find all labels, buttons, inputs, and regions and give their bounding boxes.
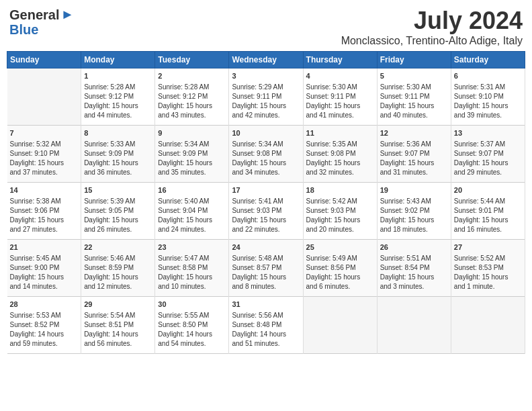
calendar-cell: 20Sunrise: 5:44 AMSunset: 9:01 PMDayligh… — [451, 183, 525, 240]
day-info: and 36 minutes. — [84, 168, 152, 177]
day-info: Daylight: 15 hours — [10, 273, 79, 282]
day-info: and 59 minutes. — [10, 339, 79, 349]
day-info: Sunrise: 5:42 AM — [306, 197, 374, 206]
day-info: and 6 minutes. — [306, 282, 374, 291]
day-info: Daylight: 15 hours — [84, 273, 152, 282]
logo-blue-text: Blue — [9, 22, 38, 38]
day-info: Daylight: 15 hours — [158, 158, 226, 168]
day-info: Sunset: 9:08 PM — [232, 149, 300, 158]
day-number: 15 — [84, 185, 152, 195]
day-number: 8 — [84, 128, 152, 138]
day-info: and 35 minutes. — [158, 168, 226, 177]
day-info: Daylight: 14 hours — [84, 330, 152, 339]
logo-bird-icon: ► — [60, 7, 74, 22]
weekday-header: Monday — [81, 52, 155, 68]
weekday-header: Tuesday — [155, 52, 229, 68]
calendar-cell: 30Sunrise: 5:55 AMSunset: 8:50 PMDayligh… — [155, 297, 229, 354]
day-number: 23 — [158, 242, 226, 253]
month-year-title: July 2024 — [341, 7, 523, 35]
day-info: Sunset: 9:02 PM — [380, 206, 448, 216]
day-info: and 51 minutes. — [232, 339, 300, 349]
day-info: Sunset: 9:00 PM — [10, 263, 79, 273]
day-info: and 43 minutes. — [158, 111, 226, 120]
week-row: 14Sunrise: 5:38 AMSunset: 9:06 PMDayligh… — [7, 183, 525, 240]
logo: General ► Blue — [9, 7, 74, 38]
day-info: Sunset: 8:50 PM — [158, 320, 226, 330]
day-info: and 56 minutes. — [84, 339, 152, 349]
day-info: Daylight: 15 hours — [306, 216, 374, 225]
calendar-cell: 11Sunrise: 5:35 AMSunset: 9:08 PMDayligh… — [303, 126, 377, 183]
day-info: Sunrise: 5:36 AM — [380, 140, 448, 149]
week-row: 21Sunrise: 5:45 AMSunset: 9:00 PMDayligh… — [7, 240, 525, 297]
calendar-cell: 29Sunrise: 5:54 AMSunset: 8:51 PMDayligh… — [81, 297, 155, 354]
day-number: 9 — [158, 128, 226, 138]
day-info: Sunrise: 5:40 AM — [158, 197, 226, 206]
day-info: Sunset: 9:09 PM — [158, 149, 226, 158]
calendar-cell: 10Sunrise: 5:34 AMSunset: 9:08 PMDayligh… — [229, 126, 303, 183]
day-info: Daylight: 15 hours — [84, 216, 152, 225]
day-number: 24 — [232, 242, 300, 253]
day-info: Sunset: 9:03 PM — [232, 206, 300, 216]
day-info: Sunset: 8:58 PM — [158, 263, 226, 273]
day-info: Sunrise: 5:41 AM — [232, 197, 300, 206]
calendar-cell: 24Sunrise: 5:48 AMSunset: 8:57 PMDayligh… — [229, 240, 303, 297]
weekday-header: Sunday — [7, 52, 81, 68]
day-number: 10 — [232, 128, 300, 138]
day-info: Sunset: 9:07 PM — [454, 149, 522, 158]
day-info: Daylight: 15 hours — [84, 158, 152, 168]
calendar-cell: 21Sunrise: 5:45 AMSunset: 9:00 PMDayligh… — [7, 240, 81, 297]
day-info: and 41 minutes. — [306, 111, 374, 120]
day-info: Daylight: 15 hours — [306, 101, 374, 111]
day-info: Daylight: 15 hours — [380, 273, 448, 282]
day-info: and 42 minutes. — [232, 111, 300, 120]
day-info: Sunrise: 5:47 AM — [158, 254, 226, 263]
day-number: 22 — [84, 242, 152, 253]
day-info: Daylight: 15 hours — [232, 273, 300, 282]
day-number: 20 — [454, 185, 522, 195]
weekday-header: Thursday — [303, 52, 377, 68]
calendar-cell — [377, 297, 451, 354]
calendar-cell: 17Sunrise: 5:41 AMSunset: 9:03 PMDayligh… — [229, 183, 303, 240]
day-number: 3 — [232, 71, 300, 81]
day-info: Daylight: 15 hours — [454, 158, 522, 168]
day-info: Sunset: 9:08 PM — [306, 149, 374, 158]
day-info: and 26 minutes. — [84, 225, 152, 234]
calendar-cell: 8Sunrise: 5:33 AMSunset: 9:09 PMDaylight… — [81, 126, 155, 183]
day-info: Sunrise: 5:44 AM — [454, 197, 522, 206]
day-info: and 34 minutes. — [232, 168, 300, 177]
day-info: Sunset: 8:57 PM — [232, 263, 300, 273]
day-info: Daylight: 15 hours — [158, 216, 226, 225]
day-info: Daylight: 15 hours — [306, 273, 374, 282]
day-info: Sunset: 9:01 PM — [454, 206, 522, 216]
day-info: and 32 minutes. — [306, 168, 374, 177]
page-header: General ► Blue July 2024 Monclassico, Tr… — [7, 7, 525, 47]
day-info: Sunrise: 5:56 AM — [232, 311, 300, 320]
day-info: Daylight: 15 hours — [232, 101, 300, 111]
calendar-cell: 14Sunrise: 5:38 AMSunset: 9:06 PMDayligh… — [7, 183, 81, 240]
day-info: Sunrise: 5:30 AM — [306, 83, 374, 92]
day-number: 27 — [454, 242, 522, 253]
day-info: Daylight: 15 hours — [232, 216, 300, 225]
day-info: and 40 minutes. — [380, 111, 448, 120]
day-number: 21 — [10, 242, 79, 253]
calendar-cell: 28Sunrise: 5:53 AMSunset: 8:52 PMDayligh… — [7, 297, 81, 354]
day-info: Daylight: 15 hours — [10, 158, 79, 168]
day-number: 7 — [10, 128, 79, 138]
day-info: Daylight: 15 hours — [10, 216, 79, 225]
day-info: and 22 minutes. — [232, 225, 300, 234]
day-info: Sunset: 9:05 PM — [84, 206, 152, 216]
day-info: Sunrise: 5:45 AM — [10, 254, 79, 263]
day-info: Daylight: 15 hours — [380, 101, 448, 111]
day-number: 14 — [10, 185, 79, 195]
day-info: Sunrise: 5:49 AM — [306, 254, 374, 263]
calendar-cell: 4Sunrise: 5:30 AMSunset: 9:11 PMDaylight… — [303, 68, 377, 126]
calendar-cell: 16Sunrise: 5:40 AMSunset: 9:04 PMDayligh… — [155, 183, 229, 240]
calendar-cell: 5Sunrise: 5:30 AMSunset: 9:11 PMDaylight… — [377, 68, 451, 126]
calendar-cell: 15Sunrise: 5:39 AMSunset: 9:05 PMDayligh… — [81, 183, 155, 240]
day-info: Sunrise: 5:38 AM — [10, 197, 79, 206]
day-info: Daylight: 15 hours — [454, 216, 522, 225]
day-info: Sunrise: 5:37 AM — [454, 140, 522, 149]
title-block: July 2024 Monclassico, Trentino-Alto Adi… — [341, 7, 523, 47]
day-info: Sunrise: 5:51 AM — [380, 254, 448, 263]
day-info: Daylight: 15 hours — [454, 273, 522, 282]
